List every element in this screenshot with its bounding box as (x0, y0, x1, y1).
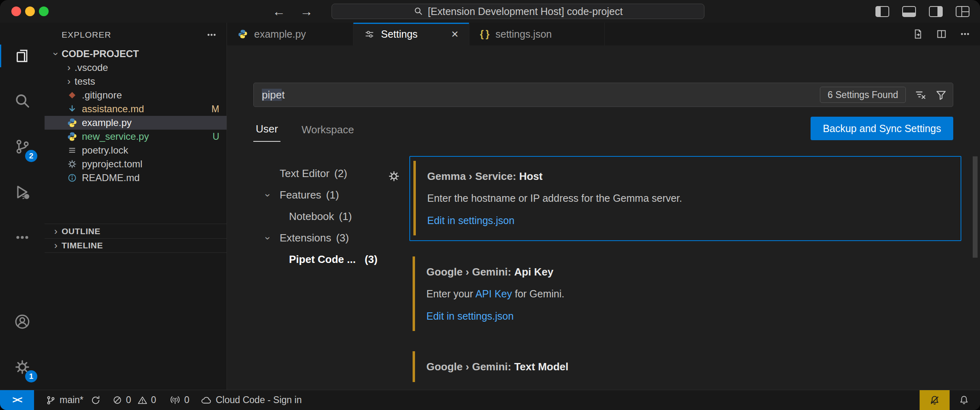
tab-settings[interactable]: Settings × (353, 23, 469, 45)
sync-icon (90, 395, 101, 406)
explorer-title: EXPLORER (62, 30, 111, 40)
git-status-badge: U (212, 131, 219, 142)
accounts-button[interactable] (0, 299, 45, 344)
ports-status-item[interactable]: 0 (170, 395, 189, 406)
toggle-secondary-sidebar-icon[interactable] (929, 6, 943, 17)
outline-section-header[interactable]: › OUTLINE (45, 224, 227, 238)
manage-settings-button[interactable]: 1 (0, 344, 45, 390)
explorer-sidebar: EXPLORER › CODE-PROJECT › .vscode › test… (45, 23, 227, 390)
titlebar: ← → [Extension Development Host] code-pr… (0, 0, 980, 23)
chevron-right-icon: › (63, 62, 75, 73)
git-status-badge: M (212, 104, 219, 115)
bell-slash-icon (929, 395, 940, 406)
close-tab-icon[interactable]: × (451, 27, 458, 41)
api-key-link[interactable]: API Key (475, 288, 512, 299)
command-center[interactable]: [Extension Development Host] code-projec… (332, 4, 704, 19)
python-icon (65, 117, 79, 128)
problems-status-item[interactable]: 0 0 (112, 395, 159, 406)
more-actions-icon[interactable] (959, 28, 971, 40)
notifications-bell-button[interactable] (959, 395, 969, 406)
setting-row-google-gemini-text-model[interactable]: Google › Gemini: Text Model (409, 347, 961, 387)
chevron-down-icon: › (262, 233, 274, 244)
minimize-window-button[interactable] (25, 6, 35, 16)
tree-item-gitignore[interactable]: .gitignore (45, 88, 227, 102)
python-icon (238, 29, 248, 39)
toc-notebook[interactable]: Notebook (1) (253, 206, 409, 227)
info-icon (65, 173, 79, 183)
branch-status-item[interactable]: main* (45, 395, 101, 406)
tree-item-readme-md[interactable]: README.md (45, 171, 227, 185)
setting-description: Enter your API Key for Gemini. (426, 288, 949, 300)
open-settings-json-icon[interactable] (912, 28, 924, 40)
warnings-icon (137, 395, 148, 405)
bell-icon (959, 395, 969, 406)
chevron-down-icon: › (50, 48, 62, 60)
gear-icon (65, 159, 79, 169)
editor-area: example.py Settings × { } settings.json … (227, 23, 980, 390)
forward-arrow-icon[interactable]: → (300, 4, 313, 19)
cloud-code-status-item[interactable]: Cloud Code - Sign in (201, 395, 302, 406)
settings-sliders-icon (364, 29, 375, 40)
more-views-button[interactable] (0, 215, 45, 260)
scope-tab-user[interactable]: User (253, 123, 280, 142)
json-braces-icon: { } (480, 28, 489, 40)
edit-in-settings-json-link[interactable]: Edit in settings.json (426, 310, 949, 322)
tree-item-example-py[interactable]: example.py (45, 116, 227, 130)
status-bar: >< main* 0 0 0 Cloud Code - Sign in (0, 390, 980, 410)
tab-example-py[interactable]: example.py (227, 23, 353, 45)
activity-bar: 2 1 (0, 23, 45, 390)
toc-pipet-code[interactable]: Pipet Code ... (3) (253, 249, 409, 270)
setting-actions-gear-icon[interactable] (387, 170, 400, 183)
tab-settings-json[interactable]: { } settings.json (469, 23, 605, 45)
toc-features[interactable]: › Features (1) (253, 184, 409, 206)
toggle-sidebar-icon[interactable] (875, 6, 889, 17)
run-debug-icon (13, 183, 31, 201)
split-editor-icon[interactable] (935, 28, 948, 40)
chevron-right-icon: › (50, 226, 62, 237)
radio-tower-icon (170, 395, 180, 406)
remote-indicator[interactable]: >< (0, 390, 34, 410)
toc-extensions[interactable]: › Extensions (3) (253, 227, 409, 249)
toc-text-editor[interactable]: Text Editor (2) (253, 163, 409, 184)
python-icon (65, 131, 79, 142)
search-activity-button[interactable] (0, 79, 45, 124)
run-debug-activity-button[interactable] (0, 169, 45, 215)
tree-item-vscode[interactable]: › .vscode (45, 61, 227, 75)
close-window-button[interactable] (11, 6, 21, 16)
zoom-window-button[interactable] (39, 6, 49, 16)
ellipsis-icon (13, 228, 31, 246)
vscode-window: ← → [Extension Development Host] code-pr… (0, 0, 980, 410)
customize-layout-icon[interactable] (956, 6, 969, 17)
tree-item-assistance-md[interactable]: assistance.md M (45, 102, 227, 116)
search-icon (413, 6, 423, 16)
source-control-activity-button[interactable]: 2 (0, 124, 45, 169)
chevron-down-icon: › (262, 190, 274, 201)
window-title: [Extension Development Host] code-projec… (428, 6, 623, 17)
clear-filters-icon[interactable] (914, 88, 927, 101)
settings-badge: 1 (25, 370, 37, 382)
backup-sync-settings-button[interactable]: Backup and Sync Settings (811, 117, 953, 140)
explorer-activity-button[interactable] (0, 33, 45, 79)
remote-icon: >< (13, 395, 22, 406)
scope-tab-workspace[interactable]: Workspace (299, 124, 357, 142)
back-arrow-icon[interactable]: ← (272, 4, 285, 19)
setting-row-google-gemini-api-key[interactable]: Google › Gemini: Api Key Enter your API … (409, 252, 961, 336)
filter-icon[interactable] (935, 89, 947, 101)
tree-root-code-project[interactable]: › CODE-PROJECT (45, 47, 227, 61)
edit-in-settings-json-link[interactable]: Edit in settings.json (427, 215, 948, 226)
tree-item-new-service-py[interactable]: new_service.py U (45, 130, 227, 143)
setting-row-gemma-service-host[interactable]: Gemma › Service: Host Enter the hostname… (409, 156, 961, 241)
tree-item-pyproject-toml[interactable]: pyproject.toml (45, 157, 227, 171)
git-diamond-icon (65, 90, 79, 100)
settings-search-input[interactable]: pipet 6 Settings Found (253, 83, 953, 107)
warning-status-item[interactable] (920, 390, 950, 410)
chevron-right-icon: › (63, 76, 75, 87)
settings-found-badge: 6 Settings Found (820, 87, 906, 103)
tree-item-poetry-lock[interactable]: poetry.lock (45, 143, 227, 157)
scrollbar-thumb[interactable] (973, 156, 978, 258)
explorer-more-actions-icon[interactable] (205, 29, 218, 41)
timeline-section-header[interactable]: › TIMELINE (45, 238, 227, 253)
editor-tab-bar: example.py Settings × { } settings.json (227, 23, 980, 45)
tree-item-tests[interactable]: › tests (45, 75, 227, 88)
toggle-panel-icon[interactable] (902, 6, 916, 17)
